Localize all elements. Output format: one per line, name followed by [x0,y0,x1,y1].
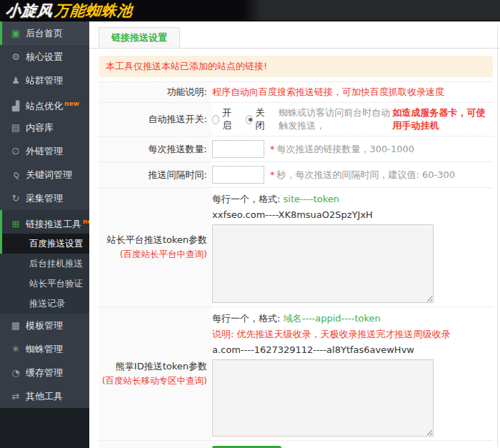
sidebar-item-templates[interactable]: ▦模板管理 [0,314,89,337]
monitor-icon: ▣ [10,21,21,45]
logo-text-secondary: 万能蜘蛛池 [54,2,134,19]
cache-timer-icon: ◔ [10,361,21,384]
feature-value: 程序自动向百度搜索推送链接，可加快百度抓取收录速度 [211,82,493,102]
sidebar-item-label: 站点优化 [26,101,63,111]
bear-token-label: 熊掌ID推送token参数 (百度站长移动专区中查询) [99,307,211,440]
push-count-hint: 每次推送的链接数量，300-1000 [277,143,415,156]
spider-icon: ✳ [10,337,21,361]
site-token-textarea[interactable] [212,224,434,303]
row-feature-description: 功能说明: 程序自动向百度搜索推送链接，可加快百度抓取收录速度 [99,81,493,102]
sidebar-filler [0,408,89,448]
sidebar-item-core-settings[interactable]: ⚙核心设置 [0,45,89,69]
auto-switch-label: 自动推送开关: [99,103,211,136]
top-header: 小旋风万能蜘蛛池 [0,0,500,21]
sidebar-item-label: 模板管理 [26,320,63,331]
sidebar-item-site-group[interactable]: ♟站群管理 [0,69,89,92]
sidebar-item-keywords[interactable]: ρ关键词管理 [0,163,89,186]
auto-switch-warning: 如造成服务器卡，可使用手动挂机 [393,106,493,132]
user-icon: ♟ [10,69,21,92]
feature-desc-text: 程序自动向百度搜索推送链接，可加快百度抓取收录速度 [212,86,444,99]
bear-token-value: 每行一个，格式: 域名----appid----token 说明: 优先推送天级… [211,307,493,440]
sidebar-subitem-webmaster-verify[interactable]: 站长平台验证 [0,274,89,294]
row-push-count: 每次推送数量: * 每次推送的链接数量，300-1000 [99,136,493,161]
settings-form: 功能说明: 程序自动向百度搜索推送链接，可加快百度抓取收录速度 自动推送开关: … [99,81,493,448]
external-link-icon: ∅ [10,139,21,163]
sidebar-subitem-label: 推送记录 [29,298,65,309]
sidebar-item-site-optimize[interactable]: ▟站点优化new [0,92,89,116]
sidebar-item-collect[interactable]: ↻采集管理 [0,186,89,210]
radio-on[interactable] [212,115,219,124]
sidebar-subitem-push-records[interactable]: 推送记录 [0,294,89,314]
sidebar-subitem-baidu-push-settings[interactable]: 百度推送设置 [0,234,89,254]
sidebar-item-cache[interactable]: ◔缓存管理 [0,361,89,384]
tab-bar: 链接推送设置 [89,21,500,49]
sidebar: ▣后台首页 ⚙核心设置 ♟站群管理 ▟站点优化new ▤内容库 ∅外链管理 ρ关… [0,21,89,448]
sidebar-item-content-library[interactable]: ▤内容库 [0,116,89,139]
sidebar-item-label: 站群管理 [26,75,63,86]
site-token-value: 每行一个，格式: site----token xxfseo.com----XK8… [211,188,493,307]
keyword-search-icon: ρ [4,162,29,187]
radio-on-label[interactable]: 开启 [222,106,236,132]
sidebar-item-label: 链接推送工具 [26,219,81,229]
sidebar-subitem-label: 后台挂机推送 [29,258,83,269]
tools-shuffle-icon: ⇄ [10,384,21,408]
push-tool-icon: ⊞ [10,212,21,236]
push-count-input[interactable] [212,140,264,158]
sidebar-subitem-backend-hangup-push[interactable]: 后台挂机推送 [0,254,89,274]
sidebar-item-external-links[interactable]: ∅外链管理 [0,139,89,163]
required-mark: * [270,169,275,180]
bear-token-format-line: 每行一个，格式: 域名----appid----token [212,311,381,327]
push-interval-input[interactable] [212,166,264,184]
format-prefix: 每行一个，格式: [212,194,284,204]
sidebar-item-label: 内容库 [26,122,54,133]
sidebar-item-label: 关键词管理 [26,169,72,180]
actions-value: 保存设置 MBXZB.COM [211,441,493,448]
format-prefix: 每行一个，格式: [212,313,284,324]
format-pattern: site----token [284,194,340,204]
chart-icon: ▟ [10,94,21,118]
row-auto-push-switch: 自动推送开关: 开启 关闭 蜘蛛或访客访问前台时自动触发推送， 如造成服务器卡，… [99,102,493,136]
sidebar-item-label: 缓存管理 [26,367,63,378]
gear-icon: ⚙ [10,45,21,69]
feature-label: 功能说明: [99,82,211,102]
site-token-label: 站长平台推送token参数 (百度站长平台中查询) [99,188,211,307]
site-token-format-line: 每行一个，格式: site----token [212,191,339,207]
sidebar-item-other-tools[interactable]: ⇄其他工具 [0,384,89,408]
push-count-value: * 每次推送的链接数量，300-1000 [211,136,493,161]
bear-token-note: 说明: 优先推送天级收录，天极收录推送完才推送周级收录 [212,327,451,342]
tab-link-push-settings[interactable]: 链接推送设置 [99,27,180,49]
sidebar-item-label: 后台首页 [26,28,63,39]
radio-off[interactable] [246,115,253,124]
collect-refresh-icon: ↻ [10,186,21,210]
row-bear-token: 熊掌ID推送token参数 (百度站长移动专区中查询) 每行一个，格式: 域名-… [99,307,493,440]
actions-label-spacer [99,441,211,448]
row-actions: 保存设置 MBXZB.COM [99,440,493,448]
logo-text-primary: 小旋风 [5,2,54,19]
format-pattern: 域名----appid----token [284,313,381,324]
sidebar-item-label: 采集管理 [26,193,63,204]
required-mark: * [270,144,275,154]
sidebar-item-label: 蜘蛛管理 [26,344,63,354]
site-token-sublabel: (百度站长平台中查询) [120,247,207,262]
radio-off-label[interactable]: 关闭 [256,106,269,132]
push-count-label: 每次推送数量: [99,136,211,161]
warning-notice: 本工具仅推送本站已添加的站点的链接! [99,56,493,77]
row-site-token: 站长平台推送token参数 (百度站长平台中查询) 每行一个，格式: site-… [99,187,493,307]
bear-token-sublabel: (百度站长移动专区中查询) [102,374,207,388]
sidebar-item-dashboard[interactable]: ▣后台首页 [0,21,89,45]
sidebar-subitem-label: 站长平台验证 [29,278,83,289]
push-interval-value: * 秒，每次推送的间隔时间，建议值: 60-300 [211,162,493,187]
sidebar-item-label: 核心设置 [26,51,63,62]
bear-token-textarea[interactable] [212,359,434,437]
push-interval-label: 推送间隔时间: [99,162,211,187]
site-token-example: xxfseo.com----XK8msuaO2SpzYJxH [212,207,373,223]
main-content: 链接推送设置 本工具仅推送本站已添加的站点的链接! 功能说明: 程序自动向百度搜… [89,21,500,448]
push-interval-hint: 秒，每次推送的间隔时间，建议值: 60-300 [277,169,456,181]
sidebar-subitem-label: 百度推送设置 [29,238,83,249]
sidebar-item-spider[interactable]: ✳蜘蛛管理 [0,337,89,361]
bear-token-example: a.com----1627329112----al8Ytfas6avewHvw [212,342,414,358]
auto-switch-value: 开启 关闭 蜘蛛或访客访问前台时自动触发推送， 如造成服务器卡，可使用手动挂机 [211,103,493,136]
auto-switch-hint: 蜘蛛或访客访问前台时自动触发推送， [279,106,392,132]
new-badge: new [64,100,79,107]
sidebar-item-link-push-tool[interactable]: ⊞链接推送工具new [0,210,89,234]
